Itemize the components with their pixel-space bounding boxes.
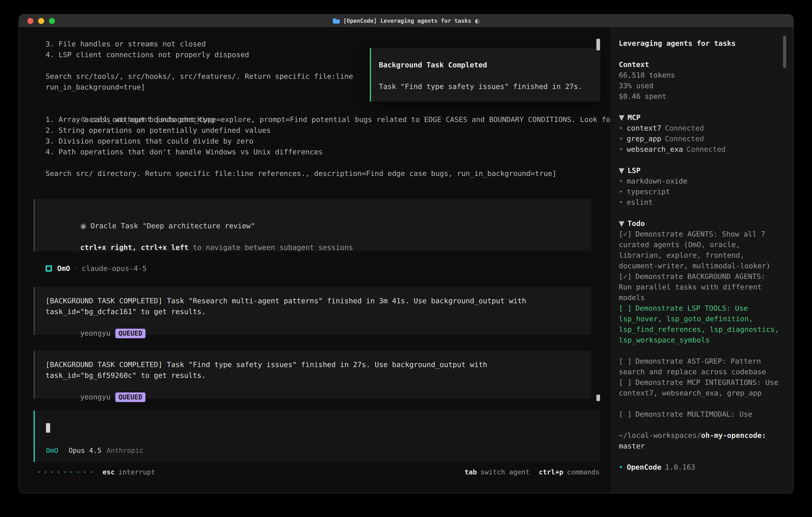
task-author: yeongyu	[80, 329, 111, 337]
window-title: [OpenCode] Leveraging agents for tasks ◐	[332, 18, 480, 24]
notification-toast: Background Task Completed Task "Find typ…	[370, 48, 601, 102]
terminal-line: 2. String operations on potentially unde…	[46, 125, 601, 136]
zoom-button[interactable]	[49, 18, 55, 24]
todo-item-active: [ ]Demonstrate LSP TOOLS: Use lsp_hover,…	[619, 303, 781, 345]
opencode-version-line: •OpenCode1.0.163	[619, 462, 781, 472]
oracle-shortcut: ctrl+x right, ctrl+x left	[80, 243, 188, 251]
esc-key-label: esc	[103, 467, 115, 478]
checkbox-done-icon: [✓]	[619, 272, 632, 280]
spinner-dots: ·········	[36, 467, 96, 478]
lsp-item: •eslint	[619, 197, 781, 208]
task-message: [BACKGROUND TASK COMPLETED] Task "Resear…	[34, 287, 591, 335]
todo-item: [ ]Demonstrate MCP INTEGRATIONS: Use con…	[619, 377, 781, 398]
workdir: ~/local-workspaces/oh-my-opencode:	[619, 430, 781, 441]
context-heading: Context	[619, 59, 781, 70]
app-window: [OpenCode] Leveraging agents for tasks ◐…	[19, 15, 793, 493]
bullet-icon: •	[619, 188, 623, 196]
tab-key-label: tab	[465, 467, 477, 478]
input-area[interactable]: OmO Opus 4.5 Anthropic	[34, 411, 601, 462]
todo-section-header[interactable]: ▼Todo	[619, 218, 781, 229]
session-sidebar: Leveraging agents for tasks Context 66,5…	[610, 27, 793, 493]
workdir-repo: oh-my-opencode:	[701, 431, 766, 439]
lsp-heading: LSP	[628, 166, 641, 174]
mcp-item: •websearch_exaConnected	[619, 144, 781, 155]
opencode-version: 1.0.163	[665, 463, 695, 471]
opencode-name: OpenCode	[627, 463, 661, 471]
checkbox-empty-icon: [ ]	[619, 357, 632, 365]
queued-badge: QUEUED	[115, 329, 145, 338]
close-button[interactable]	[27, 18, 33, 24]
input-model-name: Opus 4.5	[68, 445, 101, 456]
bullet-icon: •	[619, 124, 623, 132]
task-text: task_id="bg_6f59260c" to get results.	[46, 370, 591, 381]
todo-text: Demonstrate MULTIMODAL: Use	[635, 410, 752, 418]
mcp-item: •grep_appConnected	[619, 133, 781, 144]
bullet-icon: •	[619, 135, 623, 143]
terminal-main: 3. File handles or streams not closed 4.…	[19, 27, 601, 493]
chevron-down-icon: ▼	[619, 219, 625, 227]
bullet-icon: •	[619, 198, 623, 206]
terminal-line: 3. File handles or streams not closed	[46, 38, 601, 49]
agent-square-icon	[46, 265, 52, 272]
agent-model: claude-opus-4-5	[82, 263, 147, 274]
status-bar-right: tab switch agent ctrl+p commands	[465, 467, 600, 478]
agent-header: OmO · claude-opus-4-5	[46, 263, 601, 274]
task-message: [BACKGROUND TASK COMPLETED] Task "Find t…	[34, 351, 591, 399]
oracle-hint-line: ctrl+x right, ctrl+x left to navigate be…	[46, 231, 591, 242]
mcp-item: •context7Connected	[619, 123, 781, 133]
lsp-item: •markdown-oxide	[619, 176, 781, 186]
terminal-line: 3. Division operations that could divide…	[46, 136, 601, 146]
fisheye-icon: ◉	[80, 222, 86, 230]
todo-text: Demonstrate AGENTS: Show all 7 curated a…	[619, 230, 771, 270]
mcp-section-header[interactable]: ▼MCP	[619, 112, 781, 123]
mcp-name: grep_app	[627, 135, 661, 143]
scrollbar-thumb[interactable]	[597, 394, 600, 401]
session-title: Leveraging agents for tasks	[619, 38, 781, 49]
scrollbar-thumb[interactable]	[597, 39, 600, 50]
chevron-down-icon: ▼	[619, 166, 625, 174]
ctrlp-key-label: ctrl+p	[539, 467, 563, 478]
todo-item: [ ]Demonstrate AST-GREP: Pattern search …	[619, 356, 781, 377]
agent-name: OmO	[57, 263, 70, 274]
ctrlp-action-label: commands	[567, 467, 600, 478]
sidebar-scrollbar-thumb[interactable]	[783, 35, 786, 68]
esc-action-label: interrupt	[118, 467, 155, 478]
todo-item: [ ]Demonstrate MULTIMODAL: Use	[619, 409, 781, 419]
context-tokens: 66,518 tokens	[619, 70, 781, 80]
bullet-icon: •	[619, 145, 623, 153]
terminal-line: 4. Path operations that don't handle Win…	[46, 146, 601, 157]
task-text: [BACKGROUND TASK COMPLETED] Task "Resear…	[46, 296, 591, 306]
lsp-section-header[interactable]: ▼LSP	[619, 165, 781, 176]
checkbox-empty-icon: [ ]	[619, 304, 632, 312]
title-bar: [OpenCode] Leveraging agents for tasks ◐	[19, 15, 793, 28]
terminal-line: Search src/ directory. Return specific f…	[46, 168, 601, 179]
oracle-hint: to navigate between subagent sessions	[188, 243, 353, 251]
oracle-title-line: ◉Oracle Task "Deep architecture review"	[46, 210, 591, 220]
tool-call-line: ⚙call_omo_agent [subagent_type=explore, …	[46, 103, 601, 114]
input-cursor	[46, 423, 50, 433]
task-author: yeongyu	[80, 393, 111, 401]
workdir-path: ~/local-workspaces/	[619, 431, 701, 439]
mcp-status: Connected	[665, 135, 704, 143]
input-model-line: OmO Opus 4.5 Anthropic	[46, 445, 143, 456]
mcp-name: websearch_exa	[627, 145, 683, 153]
task-text: task_id="bg_dcfac161" to get results.	[46, 306, 591, 317]
lsp-name: eslint	[627, 198, 653, 206]
lsp-name: typescript	[627, 188, 670, 196]
chevron-down-icon: ▼	[619, 113, 625, 121]
mcp-name: context7	[627, 124, 661, 132]
bullet-icon: •	[619, 463, 623, 471]
context-spent: $0.46 spent	[619, 91, 781, 102]
todo-item: [✓]Demonstrate BACKGROUND AGENTS: Run pa…	[619, 271, 781, 303]
task-meta: yeongyuQUEUED	[46, 317, 591, 328]
mcp-status: Connected	[687, 145, 725, 153]
checkbox-done-icon: [✓]	[619, 230, 632, 238]
notification-body: Task "Find type safety issues" finished …	[379, 81, 597, 92]
minimize-button[interactable]	[38, 18, 44, 24]
checkbox-empty-icon: [ ]	[619, 410, 632, 418]
input-agent-name: OmO	[46, 445, 58, 456]
half-circle-icon: ◐	[475, 18, 480, 24]
input-provider: Anthropic	[107, 445, 143, 456]
todo-text: Demonstrate BACKGROUND AGENTS: Run paral…	[619, 272, 765, 302]
lsp-name: markdown-oxide	[627, 177, 687, 185]
